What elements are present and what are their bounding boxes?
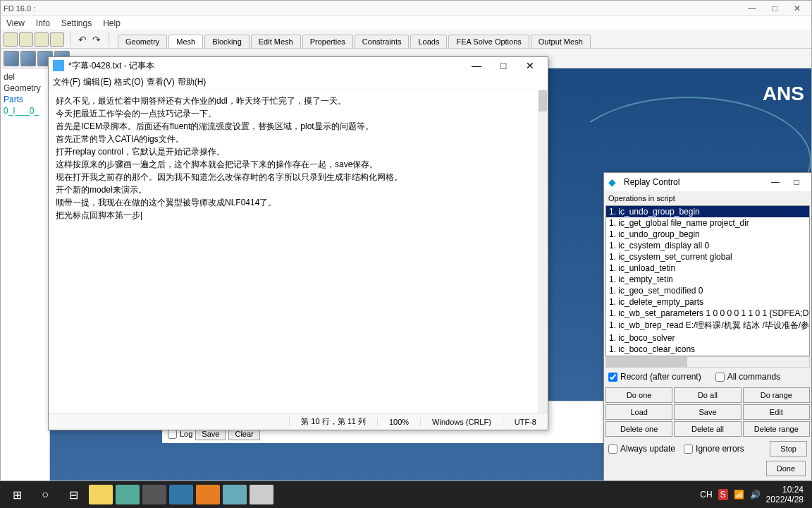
notepad-content[interactable]: 好久不见，最近忙着中期答辩还有大作业的ddl，昨天终于忙完了，摸了一天。 今天把… (56, 95, 541, 222)
list-item[interactable]: 1. ic_get_global file_name project_dir (606, 217, 809, 229)
minimize-button[interactable]: — (463, 58, 490, 73)
list-item[interactable]: 1. ic_csystem_set_current global (606, 251, 809, 262)
menu-file[interactable]: 文件(F) (53, 76, 80, 88)
main-title: FD 16.0 : (4, 4, 741, 13)
status-zoom: 100% (377, 418, 420, 426)
scroll-thumb[interactable] (606, 357, 687, 367)
always-update-checkbox[interactable] (608, 445, 617, 454)
start-button[interactable]: ⊞ (3, 482, 31, 507)
ignore-errors-checkbox[interactable] (684, 445, 693, 454)
tab-geometry[interactable]: Geometry (118, 35, 167, 48)
stop-button[interactable]: Stop (770, 441, 807, 456)
volume-icon[interactable]: 🔊 (750, 490, 761, 500)
allcmd-checkbox[interactable] (715, 373, 725, 382)
list-item[interactable]: 1. ic_boco_clear_icons (606, 344, 809, 355)
tree-node[interactable]: del (2, 71, 48, 83)
list-item[interactable]: 1. ic_wb_set_parameters 1 0 0 0 0 1 1 0 … (606, 308, 809, 319)
notepad-titlebar[interactable]: *字幕-0428.txt - 记事本 — □ ✕ (49, 57, 548, 74)
terminal-icon[interactable] (142, 485, 166, 504)
close-button[interactable]: ✕ (517, 58, 543, 73)
list-item[interactable]: 1. ic_wb_brep_read E:/理科课/机翼 结冰 /毕设准备/参数… (606, 319, 809, 332)
do-all-button[interactable]: Do all (674, 387, 741, 403)
redo-icon[interactable]: ↷ (90, 33, 103, 46)
delete-all-button[interactable]: Delete all (674, 421, 741, 437)
replay-hscrollbar[interactable] (605, 356, 810, 368)
tab-fea-solve[interactable]: FEA Solve Options (448, 35, 529, 48)
do-one-button[interactable]: Do one (605, 387, 672, 403)
delete-range-button[interactable]: Delete range (743, 421, 810, 437)
undo-icon[interactable]: ↶ (76, 33, 89, 46)
tool-icon[interactable] (35, 32, 49, 47)
menu-info[interactable]: Info (36, 18, 50, 28)
save-button[interactable]: Save (674, 404, 741, 420)
minimize-button[interactable]: — (765, 177, 786, 187)
list-item[interactable]: 1. ic_geo_set_modified 0 (606, 285, 809, 296)
delete-one-button[interactable]: Delete one (605, 421, 672, 437)
cortana-button[interactable]: ○ (31, 482, 59, 507)
operations-list[interactable]: 1. ic_undo_group_begin 1. ic_get_global … (605, 205, 810, 356)
tab-edit-mesh[interactable]: Edit Mesh (251, 35, 301, 48)
app-icon[interactable] (223, 485, 247, 504)
explorer-icon[interactable] (89, 485, 113, 504)
maximize-button[interactable]: □ (490, 58, 517, 73)
tab-blocking[interactable]: Blocking (204, 35, 250, 48)
tool2-icon[interactable] (20, 51, 36, 66)
clock[interactable]: 10:24 2022/4/28 (766, 485, 804, 505)
scroll-thumb[interactable] (539, 90, 547, 111)
app-icon[interactable] (196, 485, 220, 504)
menu-view[interactable]: View (6, 18, 25, 28)
done-button[interactable]: Done (766, 461, 806, 476)
app-icon[interactable] (169, 485, 193, 504)
tree-node[interactable]: Geometry (2, 83, 48, 94)
load-button[interactable]: Load (605, 404, 672, 420)
tab-mesh[interactable]: Mesh (168, 35, 203, 48)
always-update-label[interactable]: Always update (608, 444, 675, 454)
ignore-errors-label[interactable]: Ignore errors (684, 444, 744, 454)
tab-properties[interactable]: Properties (302, 35, 353, 48)
tree-node-parts[interactable]: Parts (2, 94, 48, 105)
tool-icon[interactable] (19, 32, 33, 47)
record-checkbox-label[interactable]: Record (after current) (608, 372, 701, 382)
edit-button[interactable]: Edit (743, 404, 810, 420)
maximize-button[interactable]: □ (763, 2, 786, 15)
tree-node-leaf[interactable]: 0_I___0_ (2, 105, 48, 116)
replay-titlebar[interactable]: ◆ Replay Control — □ (604, 173, 811, 191)
tray-icon[interactable]: S (718, 489, 728, 500)
app-icon[interactable] (116, 485, 140, 504)
tab-loads[interactable]: Loads (410, 35, 447, 48)
notepad-icon (53, 60, 64, 71)
notepad-text-area[interactable]: 好久不见，最近忙着中期答辩还有大作业的ddl，昨天终于忙完了，摸了一天。 今天把… (49, 90, 548, 413)
list-item[interactable]: 1. ic_csystem_display all 0 (606, 240, 809, 251)
minimize-button[interactable]: — (741, 2, 763, 15)
taskview-button[interactable]: ⊟ (59, 482, 87, 507)
record-checkbox[interactable] (608, 373, 617, 382)
list-item[interactable]: 1. ic_unload_tetin (606, 262, 809, 274)
network-icon[interactable]: 📶 (734, 490, 744, 500)
list-item[interactable]: 1. ic_undo_group_begin (606, 206, 809, 217)
tab-output-mesh[interactable]: Output Mesh (531, 35, 591, 48)
operations-label: Operations in script (604, 191, 811, 205)
list-item[interactable]: 1. ic_undo_group_begin (606, 229, 809, 240)
model-tree[interactable]: del Geometry Parts 0_I___0_ (1, 68, 50, 480)
menu-help[interactable]: Help (103, 18, 121, 28)
menu-format[interactable]: 格式(O) (114, 76, 143, 88)
list-item[interactable]: 1. ic_delete_empty_parts (606, 296, 809, 308)
notepad-taskbar-icon[interactable] (250, 485, 273, 504)
do-range-button[interactable]: Do range (743, 387, 810, 403)
notepad-scrollbar[interactable] (538, 90, 548, 413)
list-item[interactable]: 1. ic_empty_tetin (606, 274, 809, 285)
close-button[interactable]: ✕ (786, 2, 808, 15)
tab-constraints[interactable]: Constraints (355, 35, 410, 48)
maximize-button[interactable]: □ (786, 177, 807, 187)
tool2-icon[interactable] (4, 51, 19, 66)
tool-icon[interactable] (4, 32, 18, 47)
log-checkbox[interactable] (168, 430, 177, 439)
menu-help[interactable]: 帮助(H) (178, 76, 207, 88)
tool-icon[interactable] (50, 32, 64, 47)
menu-edit[interactable]: 编辑(E) (83, 76, 111, 88)
menu-settings[interactable]: Settings (61, 18, 92, 28)
menu-view[interactable]: 查看(V) (147, 76, 175, 88)
allcmd-checkbox-label[interactable]: All commands (715, 372, 780, 382)
list-item[interactable]: 1. ic_boco_solver (606, 332, 809, 344)
ime-indicator[interactable]: CH (700, 490, 712, 500)
